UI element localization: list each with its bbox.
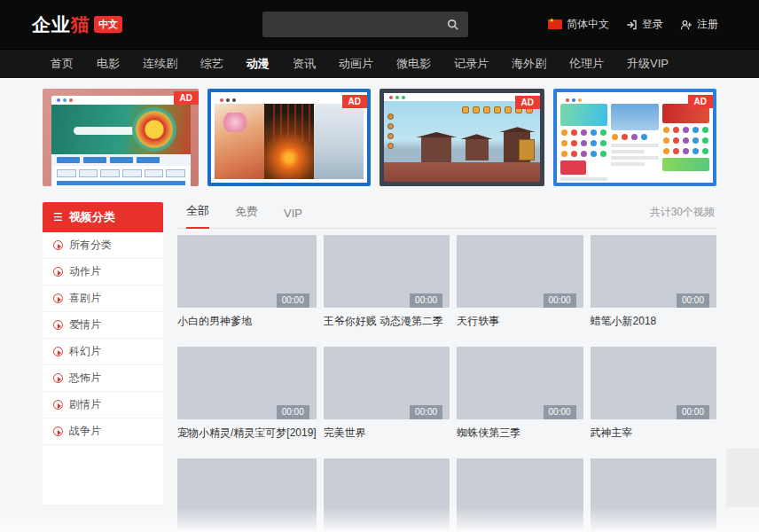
nav-item[interactable]: 记录片 bbox=[454, 56, 489, 72]
video-card[interactable] bbox=[457, 458, 583, 531]
china-flag-icon bbox=[548, 20, 562, 29]
language-switch[interactable]: 简体中文 bbox=[548, 17, 609, 32]
sidebar-category-label: 所有分类 bbox=[69, 238, 112, 253]
nav-item[interactable]: 动漫 bbox=[246, 56, 270, 72]
filter-tab[interactable]: 免费 bbox=[235, 204, 258, 228]
duration-badge: 00:00 bbox=[410, 293, 442, 308]
video-title: 宠物小精灵/精灵宝可梦[2019] bbox=[177, 426, 317, 440]
nav-item[interactable]: 综艺 bbox=[200, 56, 223, 72]
video-thumbnail[interactable]: 00:00 bbox=[591, 347, 716, 419]
ad-banner-2-artwork bbox=[215, 104, 364, 179]
video-title: 蜘蛛侠第三季 bbox=[457, 426, 583, 440]
filter-tabs: 全部 免费 VIP 共计30个视频 bbox=[177, 202, 716, 229]
nav-item[interactable]: 电影 bbox=[97, 56, 120, 72]
sidebar-category-item[interactable]: 爱情片 bbox=[43, 312, 163, 339]
video-card[interactable] bbox=[177, 458, 317, 531]
sidebar-category-item[interactable]: 科幻片 bbox=[43, 339, 163, 365]
duration-badge: 00:00 bbox=[677, 405, 709, 419]
play-circle-icon bbox=[53, 426, 63, 436]
duration-badge: 00:00 bbox=[544, 405, 576, 419]
sidebar-category-item[interactable]: 恐怖片 bbox=[43, 365, 163, 392]
logo-language-badge: 中文 bbox=[94, 16, 122, 33]
filter-tab[interactable]: 全部 bbox=[186, 203, 209, 229]
duration-badge: 00:00 bbox=[277, 405, 309, 419]
nav-item[interactable]: 海外剧 bbox=[512, 56, 546, 72]
video-card[interactable]: 00:00 宠物小精灵/精灵宝可梦[2019] bbox=[177, 347, 317, 440]
ad-banner-1-artwork bbox=[51, 96, 191, 186]
video-card[interactable]: 00:00 完美世界 bbox=[324, 347, 450, 440]
video-card[interactable]: 00:00 王爷你好贱 动态漫第二季 bbox=[324, 235, 450, 328]
nav-item[interactable]: 资讯 bbox=[293, 56, 316, 72]
logo-text-accent: 猫 bbox=[71, 12, 90, 37]
ad-banner-4[interactable]: AD bbox=[553, 89, 716, 186]
sidebar-category-item[interactable]: 喜剧片 bbox=[43, 286, 163, 312]
video-thumbnail[interactable]: 00:00 bbox=[177, 235, 317, 308]
nav-item[interactable]: 动画片 bbox=[339, 56, 373, 72]
sidebar-category-label: 恐怖片 bbox=[69, 371, 101, 386]
video-card[interactable] bbox=[324, 458, 450, 531]
ad-banner-2[interactable]: AD bbox=[207, 89, 371, 186]
search-input[interactable] bbox=[262, 19, 438, 31]
floating-widget[interactable] bbox=[726, 449, 759, 507]
video-thumbnail[interactable] bbox=[457, 458, 583, 531]
header-user-menu: 简体中文 登录 注册 bbox=[548, 17, 718, 32]
ad-badge: AD bbox=[342, 95, 367, 108]
ad-banner-4-artwork bbox=[560, 104, 709, 181]
ad-banner-1[interactable]: AD bbox=[43, 89, 199, 186]
ad-banner-3[interactable]: AD bbox=[380, 89, 544, 186]
filter-tab[interactable]: VIP bbox=[284, 207, 302, 228]
video-thumbnail[interactable]: 00:00 bbox=[591, 235, 716, 308]
sidebar-title: 视频分类 bbox=[69, 209, 115, 225]
register-link[interactable]: 注册 bbox=[680, 17, 718, 32]
nav-item[interactable]: 升级VIP bbox=[627, 56, 669, 72]
video-card[interactable]: 00:00 蜘蛛侠第三季 bbox=[457, 347, 583, 440]
video-card[interactable]: 00:00 武神主宰 bbox=[591, 347, 716, 440]
sidebar-category-item[interactable]: 所有分类 bbox=[43, 232, 163, 259]
nav-item[interactable]: 连续剧 bbox=[143, 56, 177, 72]
video-card[interactable]: 00:00 蜡笔小新2018 bbox=[591, 235, 716, 328]
video-thumbnail[interactable] bbox=[591, 458, 716, 531]
duration-badge: 00:00 bbox=[677, 293, 709, 308]
play-circle-icon bbox=[53, 400, 63, 410]
search-button[interactable] bbox=[438, 12, 468, 37]
video-thumbnail[interactable]: 00:00 bbox=[457, 347, 583, 419]
play-circle-icon bbox=[53, 267, 63, 277]
search-bar bbox=[262, 12, 468, 37]
login-label: 登录 bbox=[642, 17, 663, 32]
video-card[interactable]: 00:00 天行轶事 bbox=[457, 235, 583, 328]
sidebar-category-item[interactable]: 战争片 bbox=[43, 419, 163, 445]
ad-badge: AD bbox=[688, 95, 713, 108]
list-icon: ☰ bbox=[53, 212, 63, 223]
logo-text-primary: 企业 bbox=[32, 12, 71, 37]
play-circle-icon bbox=[53, 240, 63, 250]
sidebar-category-label: 剧情片 bbox=[69, 397, 101, 412]
video-thumbnail[interactable]: 00:00 bbox=[177, 347, 317, 419]
video-card[interactable]: 00:00 小白的男神爹地 bbox=[177, 235, 317, 328]
sidebar-category-list: 所有分类 动作片 喜剧片 爱情片 科幻片 恐怖片 剧情片 战争片 bbox=[43, 232, 163, 505]
register-label: 注册 bbox=[697, 17, 718, 32]
nav-item[interactable]: 微电影 bbox=[396, 56, 431, 72]
video-thumbnail[interactable]: 00:00 bbox=[324, 347, 450, 419]
video-thumbnail[interactable]: 00:00 bbox=[457, 235, 583, 308]
video-thumbnail[interactable] bbox=[324, 458, 450, 531]
site-logo[interactable]: 企业猫 中文 bbox=[32, 12, 122, 37]
video-total-count: 共计30个视频 bbox=[650, 205, 715, 228]
sidebar-category-label: 爱情片 bbox=[69, 317, 101, 332]
duration-badge: 00:00 bbox=[277, 293, 309, 308]
nav-item[interactable]: 伦理片 bbox=[569, 56, 604, 72]
video-title: 完美世界 bbox=[324, 426, 450, 440]
search-icon bbox=[447, 19, 459, 31]
sidebar-category-item[interactable]: 动作片 bbox=[43, 259, 163, 286]
play-circle-icon bbox=[53, 293, 63, 303]
video-card[interactable] bbox=[591, 458, 716, 531]
sidebar-category-item[interactable]: 剧情片 bbox=[43, 392, 163, 419]
video-thumbnail[interactable]: 00:00 bbox=[324, 235, 450, 308]
play-circle-icon bbox=[53, 347, 63, 356]
video-thumbnail[interactable] bbox=[177, 458, 317, 531]
video-grid: 00:00 小白的男神爹地 00:00 王爷你好贱 动态漫第二季 00:00 天… bbox=[177, 235, 716, 532]
ad-banner-3-artwork bbox=[384, 101, 540, 182]
sidebar-category-label: 喜剧片 bbox=[69, 291, 101, 306]
login-link[interactable]: 登录 bbox=[626, 17, 663, 32]
sidebar-header: ☰ 视频分类 bbox=[43, 202, 163, 232]
nav-item[interactable]: 首页 bbox=[51, 56, 74, 72]
